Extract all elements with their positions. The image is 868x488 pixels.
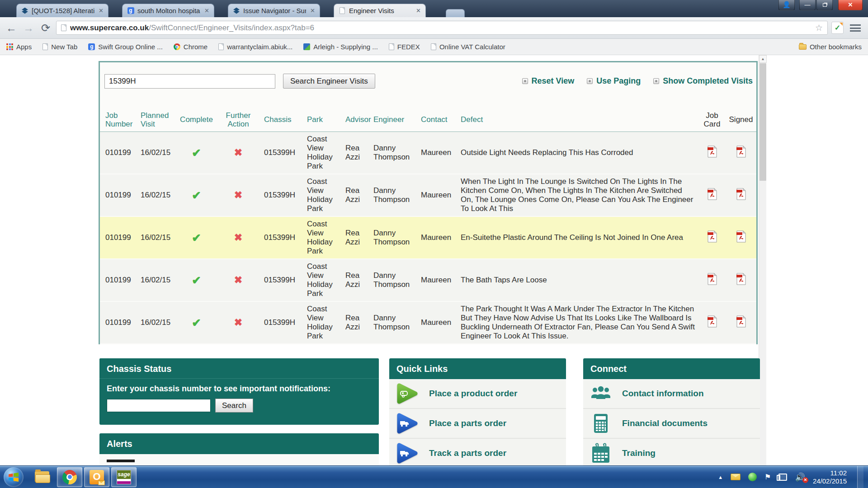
taskbar-outlook-button[interactable]: O: [84, 467, 109, 487]
col-defect[interactable]: Defect: [455, 113, 698, 127]
show-desktop-button[interactable]: [857, 466, 863, 488]
calendar-icon: [590, 443, 612, 464]
bookmark-new-tab[interactable]: New Tab: [42, 43, 77, 51]
reload-icon[interactable]: ⟳: [39, 22, 52, 34]
col-planned-visit[interactable]: Planned Visit: [135, 108, 175, 131]
search-engineer-visits-button[interactable]: Search Engineer Visits: [283, 74, 375, 89]
chassis-number: 015399H: [259, 273, 302, 287]
defect-text: The Park Thought It Was A Mark Under The…: [455, 302, 698, 343]
tab-close-icon[interactable]: ✕: [309, 7, 316, 14]
job-card-pdf-icon[interactable]: [698, 143, 726, 163]
alerts-clipped-content: [107, 460, 135, 462]
tab-google-search[interactable]: g south Molton hospital - G ✕: [122, 4, 214, 17]
close-button[interactable]: ✕: [838, 0, 863, 10]
complete-check-icon: ✔: [175, 273, 218, 287]
col-complete[interactable]: Complete: [175, 113, 218, 127]
taskbar-explorer-button[interactable]: [30, 467, 55, 487]
connect-training[interactable]: Training: [583, 439, 760, 465]
status-orb-icon[interactable]: [748, 473, 757, 481]
connect-contact-information[interactable]: Contact information: [583, 379, 760, 409]
bookmark-vat-calculator[interactable]: Online VAT Calculator: [431, 43, 505, 51]
col-park[interactable]: Park: [302, 113, 340, 127]
search-input[interactable]: [104, 74, 275, 89]
job-card-pdf-icon[interactable]: [698, 313, 726, 333]
planned-visit: 16/02/15: [135, 188, 175, 202]
chassis-number-input[interactable]: [107, 399, 211, 412]
taskbar-chrome-button[interactable]: [57, 467, 82, 487]
job-card-pdf-icon[interactable]: [698, 270, 726, 290]
scrollbar-thumb[interactable]: [760, 63, 766, 181]
use-paging-link[interactable]: Use Paging: [587, 76, 641, 86]
start-button[interactable]: [4, 467, 24, 487]
chassis-search-button[interactable]: Search: [215, 399, 253, 413]
tab-issue-navigator[interactable]: Issue Navigator - Surfbay ✕: [228, 4, 320, 17]
scroll-up-icon[interactable]: ▲: [759, 55, 767, 63]
new-tab-button[interactable]: [446, 9, 465, 17]
quick-link-track-order[interactable]: Track a parts order: [389, 439, 566, 465]
job-number: 010199: [100, 145, 135, 160]
col-engineer[interactable]: Engineer: [368, 113, 415, 127]
google-icon: g: [88, 43, 95, 50]
profile-button[interactable]: 👤: [778, 0, 795, 10]
show-completed-visits-link[interactable]: Show Completed Visits: [653, 76, 753, 86]
back-icon[interactable]: ←: [5, 22, 18, 34]
taskbar-sage-button[interactable]: sage: [111, 467, 137, 487]
forward-icon[interactable]: →: [22, 22, 35, 34]
col-further-action[interactable]: Further Action: [218, 108, 259, 131]
desktop-screen: [QUOT-1528] Alterations t ✕ g south Molt…: [0, 0, 868, 488]
taskbar-clock[interactable]: 11:02 24/02/2015: [813, 469, 849, 485]
connect-financial-documents[interactable]: Financial documents: [583, 409, 760, 439]
col-contact[interactable]: Contact: [415, 113, 455, 127]
url-text[interactable]: www.supercare.co.uk/SwiftConnect/Enginee…: [70, 23, 811, 33]
tray-expand-icon[interactable]: ▲: [718, 474, 723, 480]
bookmark-warrantyclaim[interactable]: warrantyclaim.abiuk...: [218, 43, 292, 51]
tab-close-icon[interactable]: ✕: [98, 7, 104, 14]
bookmark-arleigh[interactable]: Arleigh - Supplying ...: [303, 43, 378, 51]
signed-pdf-icon[interactable]: [726, 270, 756, 290]
job-card-pdf-icon[interactable]: [698, 228, 726, 248]
contact-name: Maureen: [415, 145, 455, 160]
bookmark-apps[interactable]: Apps: [6, 43, 32, 51]
volume-muted-icon[interactable]: 🔊✕: [795, 472, 805, 482]
defect-text: En-Suitethe Plastic Around The Ceiling I…: [455, 230, 698, 245]
page-icon: [431, 43, 436, 50]
reset-view-link[interactable]: Reset View: [522, 76, 575, 86]
other-bookmarks-button[interactable]: Other bookmarks: [799, 43, 862, 51]
quick-link-product-order[interactable]: Place a product order: [389, 379, 566, 409]
jira-icon: [233, 7, 240, 14]
bookmark-swift-group[interactable]: gSwift Group Online ...: [88, 43, 163, 51]
tab-engineer-visits[interactable]: Engineer Visits ✕: [334, 4, 426, 17]
signed-pdf-icon[interactable]: [726, 313, 756, 333]
network-icon[interactable]: [778, 474, 787, 481]
action-center-flag-icon[interactable]: ⚑: [764, 473, 771, 481]
bookmark-chrome[interactable]: Chrome: [174, 43, 208, 51]
col-advisor[interactable]: Advisor: [340, 113, 368, 127]
mail-tray-icon[interactable]: [731, 474, 741, 480]
quick-link-parts-order[interactable]: Place a parts order: [389, 409, 566, 439]
job-card-pdf-icon[interactable]: [698, 185, 726, 205]
caravan-triangle-icon: [396, 382, 419, 405]
col-chassis[interactable]: Chassis: [259, 113, 302, 127]
bookmark-star-icon[interactable]: ☆: [815, 23, 823, 33]
further-action-x-icon: ✖: [218, 188, 259, 202]
sage-icon: sage: [117, 470, 131, 484]
advisor-name: Rea Azzi: [340, 183, 368, 207]
engineer-name: Danny Thompson: [368, 226, 415, 249]
link-label: Use Paging: [596, 76, 641, 86]
url-bar[interactable]: www.supercare.co.uk/SwiftConnect/Enginee…: [56, 21, 828, 35]
tab-close-icon[interactable]: ✕: [415, 7, 422, 14]
bookmark-fedex[interactable]: FEDEX: [389, 43, 420, 51]
restore-button[interactable]: [816, 0, 833, 10]
signed-pdf-icon[interactable]: [726, 185, 756, 205]
tab-quot-1528[interactable]: [QUOT-1528] Alterations t ✕: [16, 4, 108, 17]
tab-strip: [QUOT-1528] Alterations t ✕ g south Molt…: [16, 4, 465, 17]
col-job-number[interactable]: Job Number: [100, 108, 135, 131]
tab-close-icon[interactable]: ✕: [203, 7, 210, 14]
quick-link-label: Track a parts order: [429, 448, 506, 458]
extension-check-icon[interactable]: ✓: [831, 22, 844, 34]
signed-pdf-icon[interactable]: [726, 143, 756, 163]
signed-pdf-icon[interactable]: [726, 228, 756, 248]
menu-icon[interactable]: [850, 24, 861, 32]
minimize-button[interactable]: —: [799, 0, 816, 10]
bookmark-label: Chrome: [184, 43, 208, 51]
